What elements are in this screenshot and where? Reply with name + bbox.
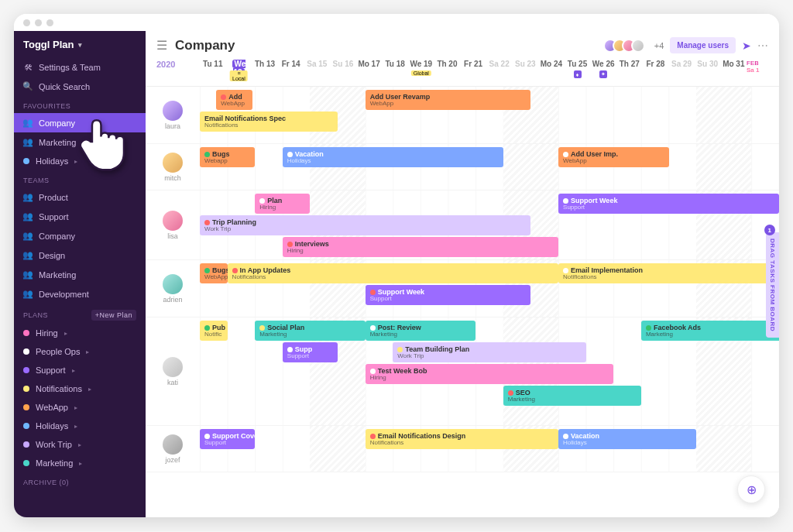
task-bar[interactable]: Post: ReviewMarketing xyxy=(366,321,475,341)
task-bar[interactable]: In App UpdatesNotifications xyxy=(228,263,558,283)
row-header[interactable]: mitch xyxy=(146,144,200,190)
task-bar[interactable]: VacationHolidays xyxy=(283,147,503,167)
ruler-day[interactable]: Mo 17 xyxy=(356,60,383,84)
milestone-badge[interactable]: ✦ xyxy=(599,70,607,78)
sidebar-item-product[interactable]: 👥Product xyxy=(14,187,146,207)
sidebar-item-support[interactable]: 👥Support xyxy=(14,207,146,226)
sidebar-item-people-ops[interactable]: People Ops▸ xyxy=(14,342,146,361)
ruler-day[interactable]: Tu 18 xyxy=(382,60,408,84)
sidebar-item-company[interactable]: 👥Company xyxy=(14,113,146,132)
more-icon[interactable]: ⋯ xyxy=(757,39,768,52)
task-bar[interactable]: Support WeekSupport xyxy=(366,285,531,305)
ruler-day[interactable]: We 19Global xyxy=(408,60,434,84)
ruler-day[interactable]: Fr 21 xyxy=(460,60,486,84)
row-track[interactable]: AddWebAppAdd User RevampWebAppEmail Noti… xyxy=(200,87,779,143)
milestone-badge[interactable]: Global xyxy=(411,70,431,76)
ruler-day[interactable]: Fr 28 xyxy=(643,60,669,84)
sidebar-item-webapp[interactable]: WebApp▸ xyxy=(14,398,146,417)
sidebar-item-holidays[interactable]: Holidays▸ xyxy=(14,152,146,170)
ruler-day[interactable]: Sa 15 xyxy=(304,60,331,84)
sidebar-item-notifications[interactable]: Notifications▸ xyxy=(14,379,146,398)
manage-users-button[interactable]: Manage users xyxy=(670,37,736,53)
share-icon[interactable]: ➤ xyxy=(742,39,751,52)
task-bar[interactable]: SEOMarketing xyxy=(503,386,641,406)
sidebar-item-settings-&-team[interactable]: 🛠Settings & Team xyxy=(14,58,146,77)
row-track[interactable]: Support CoverSupportEmail Notifications … xyxy=(200,426,779,472)
task-bar[interactable]: BugsWebApp xyxy=(200,263,228,283)
task-bar[interactable]: Email Notifications DesignNotifications xyxy=(366,429,558,449)
row-header[interactable]: adrien xyxy=(146,260,200,317)
task-bar[interactable]: Email Notifications SpecNotifications xyxy=(200,112,338,132)
ruler-day[interactable]: Mo 31 xyxy=(721,60,747,84)
sidebar-item-development[interactable]: 👥Development xyxy=(14,284,146,304)
task-project: Marketing xyxy=(259,331,360,338)
sidebar-item-support[interactable]: Support▸ xyxy=(14,361,146,379)
task-bar[interactable]: Support CoverSupport xyxy=(200,429,255,449)
zoom-button[interactable]: ⊕ xyxy=(737,475,765,503)
row-track[interactable]: BugsWebAppIn App UpdatesNotificationsEma… xyxy=(200,260,779,317)
task-project: Support xyxy=(563,204,774,211)
traffic-light-close[interactable] xyxy=(23,19,30,26)
app-name-menu[interactable]: Toggl Plan ▾ xyxy=(14,31,146,58)
task-bar[interactable]: PlanHiring xyxy=(255,194,310,214)
task-bar[interactable]: AddWebApp xyxy=(216,90,252,110)
row-track[interactable]: PubNotificSocial PlanMarketingPost: Revi… xyxy=(200,317,779,425)
new-plan-button[interactable]: +New Plan xyxy=(91,310,136,321)
plan-color-dot xyxy=(23,367,29,373)
task-bar[interactable]: Test Week BobHiring xyxy=(366,364,614,384)
row-header[interactable]: lisa xyxy=(146,190,200,259)
sidebar-item-design[interactable]: 👥Design xyxy=(14,245,146,265)
row-header[interactable]: laura xyxy=(146,87,200,143)
sidebar-item-marketing[interactable]: Marketing▸ xyxy=(14,454,146,472)
menu-icon[interactable]: ☰ xyxy=(156,38,167,53)
sidebar-section-header: FAVOURITES xyxy=(14,96,146,113)
ruler-day[interactable]: We 12≡ Local xyxy=(226,60,252,84)
ruler-day[interactable]: Tu 11 xyxy=(200,60,226,84)
row-track[interactable]: BugsWebappVacationHolidaysAdd User Imp.W… xyxy=(200,144,779,190)
ruler-day[interactable]: We 26✦ xyxy=(590,60,616,84)
task-bar[interactable]: Facebook AdsMarketing xyxy=(641,321,779,341)
task-bar[interactable]: PubNotific xyxy=(200,321,228,341)
timeline-rows[interactable]: laura AddWebAppAdd User RevampWebAppEmai… xyxy=(146,87,779,517)
row-track[interactable]: PlanHiringSupport WeekSupportTrip Planni… xyxy=(200,190,779,259)
task-bar[interactable]: BugsWebapp xyxy=(200,147,255,167)
task-bar[interactable]: Add User RevampWebApp xyxy=(366,90,531,110)
milestone-badge[interactable]: ≡ Local xyxy=(230,70,248,81)
ruler-day[interactable]: Tu 25♦ xyxy=(565,60,591,84)
sidebar-item-holidays[interactable]: Holidays▸ xyxy=(14,417,146,435)
ruler-day[interactable]: Th 20 xyxy=(434,60,461,84)
ruler-day[interactable]: Su 23 xyxy=(513,60,539,84)
sidebar-icon: 🔍 xyxy=(23,81,33,91)
task-project: Notifications xyxy=(563,274,774,280)
task-bar[interactable]: Add User Imp.WebApp xyxy=(558,147,668,167)
row-header[interactable]: kati xyxy=(146,317,200,425)
sidebar-item-company[interactable]: 👥Company xyxy=(14,226,146,245)
task-bar[interactable]: Support WeekSupport xyxy=(558,194,779,214)
ruler-day[interactable]: Sa 29 xyxy=(668,60,695,84)
task-bar[interactable]: VacationHolidays xyxy=(558,429,696,449)
row-header[interactable]: jozef xyxy=(146,426,200,472)
task-bar[interactable]: Team Building PlanWork Trip xyxy=(393,342,585,362)
task-bar[interactable]: SuppSupport xyxy=(283,342,338,362)
traffic-light-max[interactable] xyxy=(46,19,53,26)
ruler-day[interactable]: Th 27 xyxy=(616,60,643,84)
task-bar[interactable]: Email ImplementationNotifications xyxy=(558,263,779,283)
task-bar[interactable]: InterviewsHiring xyxy=(283,237,558,257)
ruler-day[interactable]: Sa 22 xyxy=(486,60,513,84)
ruler-day[interactable]: Su 30 xyxy=(695,60,721,84)
milestone-badge[interactable]: ♦ xyxy=(574,70,582,78)
sidebar-item-marketing[interactable]: 👥Marketing xyxy=(14,132,146,152)
task-bar[interactable]: Social PlanMarketing xyxy=(255,321,365,341)
sidebar-item-work-trip[interactable]: Work Trip▸ xyxy=(14,435,146,454)
sidebar-item-quick-search[interactable]: 🔍Quick Search xyxy=(14,77,146,96)
ruler-day[interactable]: Fr 14 xyxy=(278,60,304,84)
drag-from-board-tab[interactable]: 1 DRAG TASKS FROM BOARD xyxy=(766,232,779,338)
sidebar-item-marketing[interactable]: 👥Marketing xyxy=(14,265,146,284)
ruler-day[interactable]: Mo 24 xyxy=(538,60,565,84)
task-bar[interactable]: Trip PlanningWork Trip xyxy=(200,215,530,235)
sidebar-item-hiring[interactable]: Hiring▸ xyxy=(14,324,146,342)
ruler-day[interactable]: Th 13 xyxy=(252,60,278,84)
ruler-day[interactable]: Su 16 xyxy=(330,60,356,84)
member-avatar-stack[interactable] xyxy=(608,39,645,53)
traffic-light-min[interactable] xyxy=(35,19,42,26)
